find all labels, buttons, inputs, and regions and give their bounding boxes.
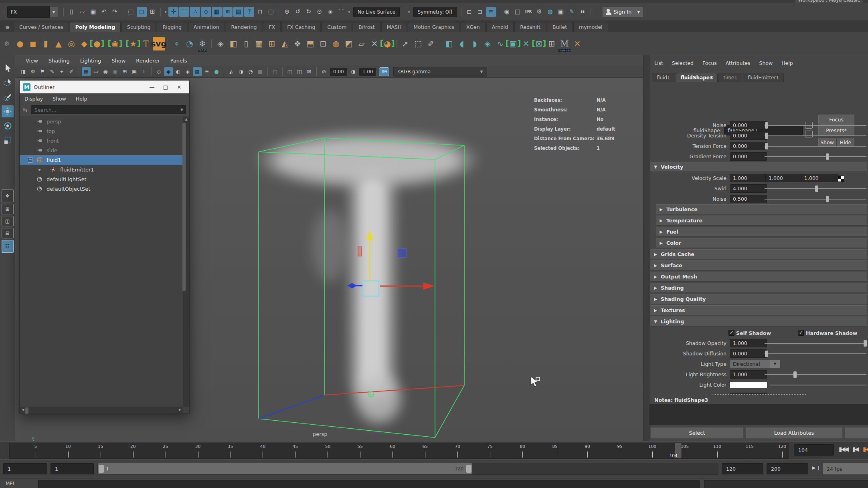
slider-thumb[interactable]	[765, 351, 768, 357]
tab-animation[interactable]: Animation	[188, 22, 225, 32]
myscript-mel-icon[interactable]: Mmyscrip	[558, 37, 571, 50]
section-fuel[interactable]: ▶Fuel	[656, 227, 867, 237]
playback-end-field[interactable]: 120	[722, 463, 763, 474]
poly-sphere-options-icon[interactable]: ●	[91, 37, 103, 50]
tab-motion-graphics[interactable]: Motion Graphics	[408, 22, 460, 32]
svg-import-icon[interactable]: svg	[153, 37, 165, 50]
select-object-icon[interactable]: ◻	[137, 7, 147, 17]
poly-type-icon[interactable]: T	[140, 37, 152, 50]
tab-fx[interactable]: FX	[263, 22, 281, 32]
attribute-value-field[interactable]: 0.000	[730, 349, 767, 358]
playback-start-field[interactable]: 1	[51, 463, 94, 474]
tab-fluidemitter1[interactable]: fluidEmitter1	[743, 73, 784, 82]
textured-display-icon[interactable]: ▩	[193, 67, 202, 76]
tab-bifrost[interactable]: Bifrost	[353, 22, 380, 32]
range-end-handle[interactable]	[466, 465, 471, 473]
select-hierarchy-icon[interactable]: ⬚	[126, 7, 136, 17]
bevel-icon[interactable]: ◭	[279, 37, 291, 50]
menu-help[interactable]: Help	[76, 96, 87, 102]
render-settings-icon[interactable]: ⚙	[534, 7, 544, 17]
expand-icon[interactable]: ▶	[650, 286, 661, 290]
outliner-item-side[interactable]: side	[20, 145, 183, 155]
pivot-icon[interactable]: ⌖	[57, 67, 66, 76]
uv-cube-projection-icon[interactable]: ◈	[482, 37, 494, 50]
notes-field[interactable]	[649, 404, 868, 425]
gamma-field[interactable]: 1.00	[359, 68, 376, 76]
snap-to-view-plane-icon[interactable]: ▦	[212, 7, 222, 17]
symmetry-field[interactable]: Symmetry: Off	[413, 7, 457, 17]
notes-splitter[interactable]	[712, 394, 806, 395]
next-key-icon[interactable]: ▶ ❘	[812, 465, 820, 470]
duplicate-face-icon[interactable]: ▱	[356, 37, 368, 50]
scrollbar-thumb[interactable]	[25, 407, 28, 414]
expand-icon[interactable]: ▶	[656, 230, 666, 234]
undo-icon[interactable]: ↶	[99, 7, 109, 17]
tab-xgen[interactable]: XGen	[461, 22, 486, 32]
slider-thumb[interactable]	[815, 186, 818, 192]
separate-icon[interactable]: ◧	[227, 37, 239, 50]
slider-thumb[interactable]	[765, 143, 768, 149]
light-type-dropdown[interactable]: Directional	[730, 360, 773, 368]
attribute-slider[interactable]	[765, 353, 866, 354]
tab-rendering[interactable]: Rendering	[226, 22, 263, 32]
outliner-item-persp[interactable]: persp	[20, 117, 183, 126]
scale-tool[interactable]	[2, 134, 14, 146]
timeline-ruler[interactable]: 5101520253035404550556065707580859095100…	[9, 443, 789, 459]
four-pane-layout-button[interactable]: ⊞	[2, 204, 14, 214]
light-editor-icon[interactable]: ▣	[556, 7, 566, 17]
tab-mymodel[interactable]: mymodel	[573, 22, 608, 32]
camera-attributes-icon[interactable]: ⚙	[28, 67, 37, 76]
attribute-slider[interactable]	[765, 156, 866, 157]
menu-selected[interactable]: Selected	[672, 60, 694, 66]
go-to-start-button[interactable]: ▮◀◀	[839, 446, 848, 453]
attribute-value-field[interactable]: 1.000	[730, 174, 767, 182]
single-pane-layout-button[interactable]: ❖	[2, 190, 14, 202]
menu-focus[interactable]: Focus	[702, 60, 717, 66]
range-trough[interactable]: 1 120	[97, 463, 718, 475]
section-temperature[interactable]: ▶Temperature	[656, 216, 867, 226]
freeze-transform-icon[interactable]: ❄0,0,0	[196, 37, 208, 50]
close-icon[interactable]: ✕	[172, 84, 186, 90]
shelf-menu-icon[interactable]: ≡	[2, 24, 14, 32]
view-transform-select[interactable]: sRGB gamma ▼	[393, 67, 487, 77]
collapse-icon[interactable]: ▼	[650, 319, 661, 324]
tab-custom[interactable]: Custom	[322, 22, 352, 32]
input-to-selected-icon[interactable]: ⊙	[314, 7, 324, 17]
platonic-solid-options-icon[interactable]: ◉	[109, 37, 121, 50]
expand-icon[interactable]: ▶	[650, 308, 661, 313]
section-grids-cache[interactable]: ▶Grids Cache	[650, 249, 867, 259]
construction-history-on-icon[interactable]: ↺	[293, 7, 303, 17]
move-tool[interactable]	[2, 105, 14, 117]
snap-to-grid-icon[interactable]: ✛	[168, 7, 178, 17]
search-box[interactable]: ▼	[31, 105, 186, 114]
super-shape-options-icon[interactable]: ★	[127, 37, 139, 50]
expand-icon[interactable]: ▶	[650, 252, 661, 256]
section-shading[interactable]: ▶Shading	[650, 283, 867, 293]
color-swatch[interactable]	[730, 382, 767, 388]
outliner-item-defaultLightSet[interactable]: defaultLightSet	[20, 174, 183, 184]
attribute-value-field[interactable]: 1.000	[730, 339, 767, 347]
step-back-frame-button[interactable]: ▮◀	[863, 446, 868, 453]
combine-icon[interactable]: ◈	[214, 37, 227, 50]
sculpt-tool-options-icon[interactable]: ◕	[381, 37, 393, 50]
render-view-icon[interactable]: ◉	[502, 7, 512, 17]
outliner-item-defaultObjectSet[interactable]: defaultObjectSet	[20, 184, 183, 194]
slider-thumb[interactable]	[826, 153, 829, 160]
attribute-value-field[interactable]: 4.000	[730, 184, 767, 193]
xray-icon[interactable]: ◫	[285, 67, 294, 76]
gate-mask-icon[interactable]: ●	[111, 67, 119, 76]
grid-icon[interactable]: ▦	[82, 67, 91, 76]
open-scene-in-icon[interactable]: ⊏	[464, 7, 474, 17]
open-scene-out-icon[interactable]: ⊐	[475, 7, 485, 17]
tab-fluidshape3[interactable]: fluidShape3	[676, 73, 718, 82]
attribute-slider[interactable]	[765, 374, 866, 375]
isolate-select-icon[interactable]: ⬚	[271, 67, 279, 76]
uv-planar-projection-icon[interactable]: ◧	[443, 37, 455, 50]
select-button[interactable]: Select	[650, 427, 744, 439]
redo-icon[interactable]: ↷	[110, 7, 120, 17]
color-slider[interactable]	[770, 385, 866, 385]
edge-flow-icon[interactable]: ⬚	[412, 37, 424, 50]
collapse-icon[interactable]: ▼	[650, 165, 661, 169]
safe-action-icon[interactable]: ▣	[130, 67, 139, 76]
input-operations-icon[interactable]: ⊕	[282, 7, 292, 17]
